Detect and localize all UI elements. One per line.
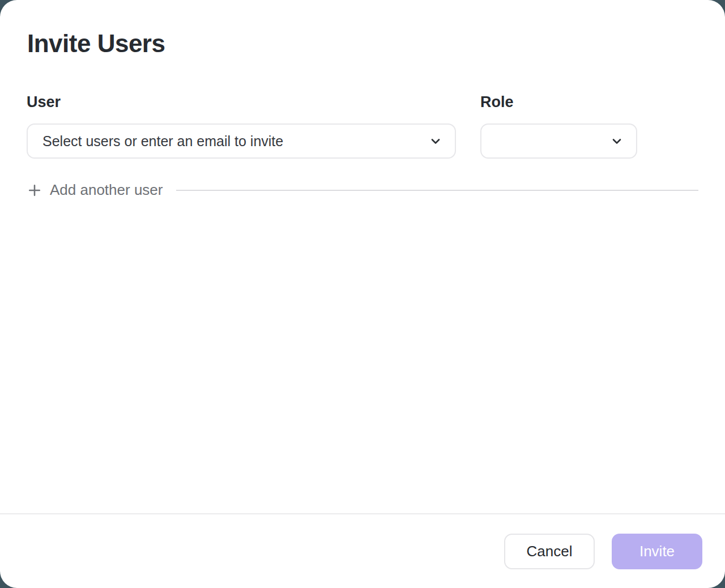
invite-users-dialog: Invite Users User Select users or enter …: [0, 0, 725, 588]
plus-icon: [27, 182, 42, 198]
chevron-down-icon: [429, 134, 442, 148]
add-another-user-label: Add another user: [50, 181, 163, 199]
add-another-user-button[interactable]: Add another user: [27, 181, 163, 199]
footer-divider: [0, 513, 725, 514]
invite-button[interactable]: Invite: [612, 534, 702, 569]
role-field: Role: [480, 93, 637, 159]
user-field-label: User: [27, 93, 456, 111]
user-select-placeholder: Select users or enter an email to invite: [42, 133, 429, 150]
add-another-user-row: Add another user: [27, 181, 698, 199]
cancel-button[interactable]: Cancel: [504, 534, 595, 569]
role-field-label: Role: [480, 93, 637, 111]
chevron-down-icon: [610, 134, 624, 148]
role-select[interactable]: [480, 123, 637, 159]
user-field: User Select users or enter an email to i…: [27, 93, 456, 159]
user-select[interactable]: Select users or enter an email to invite: [27, 123, 456, 159]
horizontal-rule: [176, 190, 698, 191]
dialog-title: Invite Users: [27, 29, 165, 58]
